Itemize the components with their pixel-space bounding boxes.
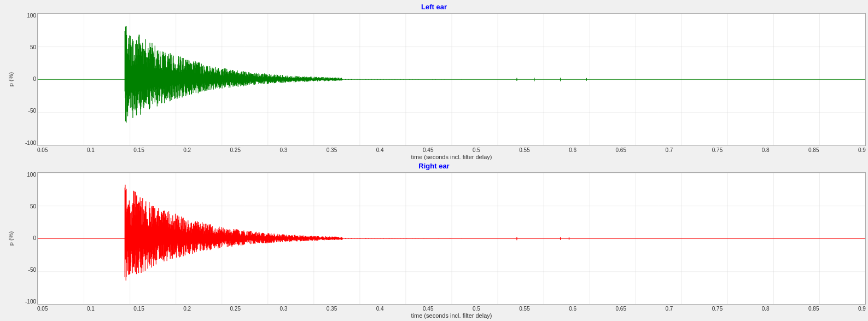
left-ear-y-axis-label-container: p (%)	[2, 13, 20, 146]
left-ear-xtick-10: 0.55	[519, 147, 529, 153]
right-ear-svg	[38, 173, 865, 305]
left-ear-xtick-14: 0.75	[712, 147, 723, 153]
left-ear-y-ticks-plot: 100 50 0 -50 -100	[20, 13, 866, 146]
right-ear-xtick-12: 0.65	[616, 306, 626, 312]
left-ear-xtick-7: 0.4	[376, 147, 384, 153]
left-ear-svg	[38, 14, 865, 145]
right-ear-xtick-1: 0.1	[87, 306, 95, 312]
right-ear-xtick-16: 0.85	[808, 306, 819, 312]
left-ear-xtick-2: 0.15	[133, 147, 144, 153]
right-ear-ytick-4: -100	[21, 299, 36, 305]
right-ear-y-label: p (%)	[8, 231, 14, 246]
right-ear-x-axis: 0.05 0.1 0.15 0.2 0.25 0.3 0.35 0.4 0.45…	[37, 305, 866, 312]
left-ear-title: Left ear	[2, 2, 866, 12]
right-ear-xtick-5: 0.3	[279, 306, 287, 312]
right-ear-chart-area: p (%) 100 50 0 -50 -100	[2, 172, 866, 305]
main-container: Left ear p (%) 100 50 0 -50 -100	[0, 0, 868, 321]
left-ear-xtick-6: 0.35	[327, 147, 337, 153]
left-ear-chart-area: p (%) 100 50 0 -50 -100	[2, 13, 866, 146]
right-ear-y-ticks: 100 50 0 -50 -100	[20, 172, 37, 305]
left-ear-xtick-9: 0.5	[473, 147, 480, 153]
right-ear-xtick-3: 0.2	[183, 306, 191, 312]
left-ear-xtick-3: 0.2	[183, 147, 191, 153]
right-ear-xtick-10: 0.55	[519, 306, 529, 312]
right-ear-xtick-8: 0.45	[423, 306, 433, 312]
left-ear-xtick-5: 0.3	[279, 147, 287, 153]
left-ear-xtick-1: 0.1	[87, 147, 95, 153]
left-ear-panel: Left ear p (%) 100 50 0 -50 -100	[2, 2, 866, 160]
right-ear-ytick-1: 50	[21, 204, 36, 209]
right-ear-y-axis-label-container: p (%)	[2, 172, 20, 305]
right-ear-xtick-4: 0.25	[230, 306, 241, 312]
left-ear-y-ticks: 100 50 0 -50 -100	[20, 13, 37, 146]
right-ear-x-ticks: 0.05 0.1 0.15 0.2 0.25 0.3 0.35 0.4 0.45…	[37, 305, 866, 312]
left-ear-xtick-8: 0.45	[423, 147, 433, 153]
left-ear-xtick-11: 0.6	[569, 147, 576, 153]
left-ear-xtick-15: 0.8	[762, 147, 770, 153]
left-ear-ytick-3: -50	[21, 108, 36, 114]
left-ear-xtick-0: 0.05	[37, 147, 48, 153]
right-ear-xtick-0: 0.05	[37, 306, 48, 312]
right-ear-xtick-9: 0.5	[473, 306, 480, 312]
left-ear-xtick-16: 0.85	[808, 147, 819, 153]
left-ear-y-label: p (%)	[8, 72, 14, 86]
left-ear-x-title: time (seconds incl. filter delay)	[37, 154, 866, 160]
right-ear-xtick-14: 0.75	[712, 306, 723, 312]
right-ear-ytick-2: 0	[21, 236, 36, 241]
left-ear-ytick-1: 50	[21, 45, 36, 50]
right-ear-panel: Right ear p (%) 100 50 0 -50 -100	[2, 161, 866, 319]
left-ear-ytick-2: 0	[21, 77, 36, 82]
left-ear-xtick-4: 0.25	[230, 147, 241, 153]
right-ear-ytick-0: 100	[21, 172, 36, 178]
right-ear-xtick-11: 0.6	[569, 306, 576, 312]
left-ear-xtick-12: 0.65	[616, 147, 626, 153]
right-ear-x-title: time (seconds incl. filter delay)	[37, 312, 866, 319]
left-ear-ytick-0: 100	[21, 13, 36, 19]
right-ear-xtick-15: 0.8	[762, 306, 770, 312]
right-ear-xtick-13: 0.7	[665, 306, 673, 312]
left-ear-x-axis: 0.05 0.1 0.15 0.2 0.25 0.3 0.35 0.4 0.45…	[37, 146, 866, 153]
right-ear-xtick-7: 0.4	[376, 306, 384, 312]
right-ear-xtick-17: 0.9	[858, 306, 866, 312]
left-ear-xtick-17: 0.9	[858, 147, 866, 153]
right-ear-title: Right ear	[2, 161, 866, 171]
left-ear-ytick-4: -100	[21, 141, 36, 146]
right-ear-plot	[37, 172, 866, 305]
left-ear-plot	[37, 13, 866, 146]
right-ear-xtick-6: 0.35	[327, 306, 337, 312]
right-ear-ytick-3: -50	[21, 267, 36, 273]
right-ear-xtick-2: 0.15	[133, 306, 144, 312]
right-ear-y-ticks-plot: 100 50 0 -50 -100	[20, 172, 866, 305]
left-ear-xtick-13: 0.7	[665, 147, 673, 153]
left-ear-x-ticks: 0.05 0.1 0.15 0.2 0.25 0.3 0.35 0.4 0.45…	[37, 146, 866, 153]
